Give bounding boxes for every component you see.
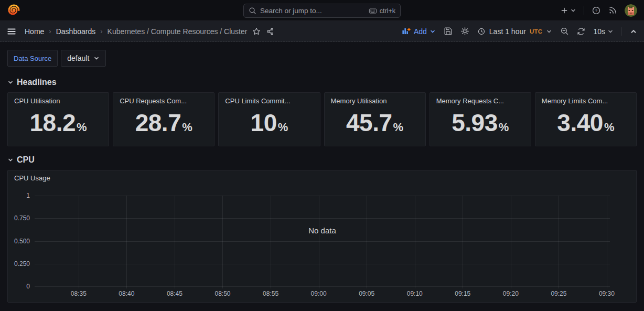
stat-panel-title[interactable]: Memory Requests C... (436, 97, 524, 105)
x-gridline (559, 196, 559, 288)
refresh-interval-picker[interactable]: 10s (593, 27, 614, 36)
topbar-divider (584, 6, 584, 15)
time-range-picker[interactable]: Last 1 hour UTC (477, 27, 553, 36)
refresh-icon[interactable] (577, 27, 585, 36)
chevron-down-icon (607, 28, 614, 35)
headline-stats-row: CPU Utilisation 18.2% CPU Requests Com..… (7, 92, 637, 146)
timezone-label: UTC (530, 28, 543, 35)
stat-panel-memory-limits: Memory Limits Com... 3.40% (535, 92, 637, 146)
stat-panel-title[interactable]: Memory Limits Com... (542, 97, 630, 105)
plot-area: No data 10.7500.5000.250008:3508:4008:45… (35, 196, 610, 286)
star-icon[interactable] (252, 27, 261, 36)
stat-panel-title[interactable]: CPU Utilisation (14, 97, 102, 105)
stat-value: 10% (251, 111, 288, 135)
share-icon[interactable] (266, 27, 274, 36)
breadcrumb-home[interactable]: Home (25, 27, 44, 36)
x-gridline (463, 196, 463, 288)
datasource-variable-select[interactable]: default (61, 50, 106, 67)
chevron-down-icon (93, 55, 100, 61)
menu-hamburger-icon[interactable] (7, 27, 16, 36)
breadcrumb-dashboards[interactable]: Dashboards (56, 27, 96, 36)
x-axis-tick-label: 09:05 (359, 290, 374, 297)
x-axis-tick-label: 08:35 (71, 290, 87, 297)
datasource-variable-label[interactable]: Data Source (7, 50, 58, 67)
x-axis-tick-label: 09:30 (599, 290, 615, 297)
y-gridline (35, 241, 610, 242)
x-axis-tick-label: 08:45 (167, 290, 183, 297)
time-range-label: Last 1 hour (489, 27, 526, 36)
y-axis-tick-label: 0.500 (14, 238, 30, 245)
y-gridline (35, 264, 610, 264)
breadcrumb-separator: › (100, 27, 102, 35)
user-avatar[interactable] (625, 4, 637, 17)
x-axis-tick-label: 09:10 (407, 290, 423, 297)
x-axis-tick-label: 09:25 (551, 290, 566, 297)
grafana-logo-icon[interactable] (7, 4, 20, 17)
new-menu-button[interactable] (560, 6, 576, 15)
dashboard-toolbar: Home › Dashboards › Kubernetes / Compute… (0, 21, 644, 42)
x-axis-tick-label: 08:55 (263, 290, 278, 297)
stat-value: 3.40% (557, 111, 614, 135)
chevron-down-icon (430, 28, 436, 35)
y-gridline (35, 286, 610, 287)
x-gridline (367, 196, 367, 288)
add-label: Add (414, 27, 427, 36)
chevron-down-icon (7, 157, 14, 163)
y-axis-tick-label: 1 (26, 192, 30, 199)
stat-panel-title[interactable]: CPU Requests Com... (120, 97, 208, 105)
stat-panel-title[interactable]: CPU Limits Commit... (225, 97, 313, 105)
y-axis-tick-label: 0.250 (14, 260, 30, 267)
search-icon (249, 7, 256, 15)
x-gridline (79, 196, 79, 288)
x-axis-tick-label: 08:40 (119, 290, 134, 297)
search-input[interactable]: Search or jump to... ctrl+k (243, 4, 401, 18)
stat-panel-cpu-requests: CPU Requests Com... 28.7% (113, 92, 214, 146)
clock-icon (477, 27, 486, 36)
refresh-interval-label: 10s (593, 27, 605, 36)
collapse-chevron-up-icon[interactable] (630, 28, 637, 35)
y-gridline (35, 196, 610, 196)
svg-text:?: ? (595, 8, 598, 13)
x-axis-tick-label: 09:15 (455, 290, 470, 297)
section-title: Headlines (17, 78, 57, 87)
news-rss-icon[interactable] (608, 6, 617, 15)
stat-value: 45.7% (346, 111, 403, 135)
top-navigation-bar: Search or jump to... ctrl+k (0, 0, 644, 21)
breadcrumb-separator: › (49, 27, 51, 35)
x-gridline (126, 196, 127, 288)
help-icon[interactable]: ? (592, 6, 601, 15)
stat-panel-memory-utilisation: Memory Utilisation 45.7% (324, 92, 426, 146)
search-shortcut: ctrl+k (369, 7, 395, 15)
chevron-down-icon (546, 28, 552, 35)
grafana-app: Search or jump to... ctrl+k (0, 0, 644, 311)
datasource-variable-value: default (67, 54, 89, 62)
x-gridline (175, 196, 175, 288)
stat-panel-memory-requests: Memory Requests C... 5.93% (430, 92, 531, 146)
stat-panel-cpu-utilisation: CPU Utilisation 18.2% (7, 92, 109, 146)
add-panel-button[interactable]: Add (401, 26, 436, 36)
search-placeholder: Search or jump to... (260, 7, 365, 15)
plus-icon (560, 6, 568, 15)
x-axis-tick-label: 09:20 (503, 290, 519, 297)
stat-value: 5.93% (452, 111, 509, 135)
x-gridline (607, 196, 607, 288)
y-axis-tick-label: 0.750 (14, 215, 30, 222)
dashboard-canvas: Data Source default Headlines CPU Utilis… (0, 42, 644, 311)
x-gridline (271, 196, 271, 288)
cpu-usage-panel: CPU Usage No data 10.7500.5000.250008:35… (7, 170, 637, 303)
chevron-down-icon (570, 7, 576, 14)
y-gridline (35, 218, 610, 219)
breadcrumb-current-dashboard: Kubernetes / Compute Resources / Cluster (108, 27, 248, 36)
section-cpu[interactable]: CPU (7, 146, 637, 170)
stat-value: 28.7% (135, 111, 192, 135)
section-headlines[interactable]: Headlines (7, 69, 637, 92)
settings-gear-icon[interactable] (460, 27, 469, 36)
stat-panel-title[interactable]: Memory Utilisation (331, 97, 419, 105)
panel-title[interactable]: CPU Usage (14, 174, 50, 182)
x-gridline (222, 196, 223, 288)
save-dashboard-icon[interactable] (444, 27, 453, 36)
toolbar-divider (621, 27, 622, 36)
no-data-message: No data (308, 226, 336, 234)
zoom-out-icon[interactable] (560, 27, 569, 36)
x-gridline (511, 196, 511, 288)
